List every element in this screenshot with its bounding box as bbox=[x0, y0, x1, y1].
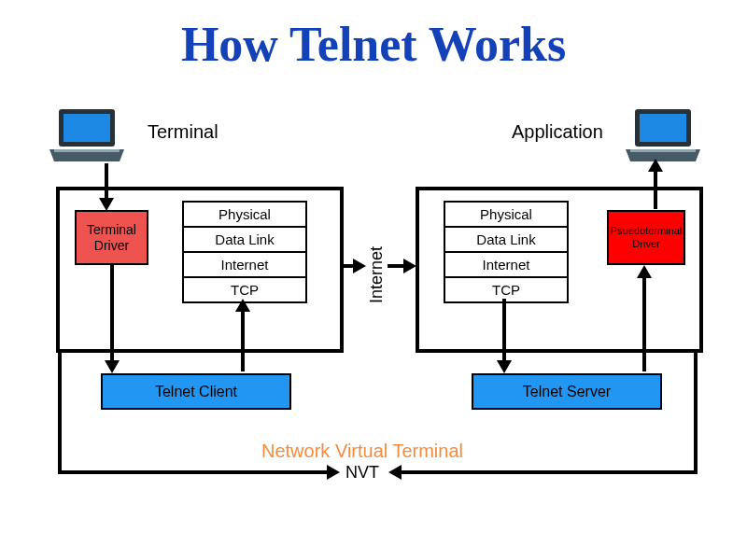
nvt-short-label: NVT bbox=[345, 463, 379, 483]
terminal-label: Terminal bbox=[148, 121, 218, 143]
svg-rect-5 bbox=[630, 149, 696, 152]
client-stack: Physical Data Link Internet TCP bbox=[182, 201, 307, 303]
server-stack: Physical Data Link Internet TCP bbox=[444, 201, 569, 303]
arrow-line bbox=[110, 265, 114, 363]
stack-layer: Data Link bbox=[445, 228, 567, 253]
stack-layer: Physical bbox=[184, 203, 305, 228]
arrow-head bbox=[637, 265, 652, 278]
arrow-line bbox=[241, 310, 245, 371]
internet-label: Internet bbox=[367, 246, 387, 303]
arrow-line bbox=[58, 470, 329, 474]
terminal-driver-box: Terminal Driver bbox=[75, 210, 148, 265]
page-title: How Telnet Works bbox=[0, 17, 747, 72]
stack-layer: Internet bbox=[445, 253, 567, 278]
stack-layer: Physical bbox=[445, 203, 567, 228]
arrow-line bbox=[694, 349, 698, 472]
arrow-head bbox=[648, 159, 663, 172]
arrow-head bbox=[497, 360, 512, 373]
pseudoterminal-driver-box: Psuedoterminal Driver bbox=[607, 210, 685, 265]
svg-rect-4 bbox=[640, 114, 686, 142]
nvt-full-label: Network Virtual Terminal bbox=[261, 441, 463, 462]
arrow-line bbox=[654, 170, 657, 209]
arrow-head bbox=[353, 259, 366, 273]
arrow-line bbox=[642, 276, 646, 371]
arrow-head bbox=[327, 465, 340, 480]
arrow-line bbox=[340, 264, 354, 268]
svg-rect-2 bbox=[54, 149, 120, 152]
application-label: Application bbox=[512, 121, 603, 143]
arrow-head bbox=[105, 360, 120, 373]
laptop-icon bbox=[45, 107, 129, 168]
stack-layer: Internet bbox=[184, 253, 305, 278]
arrow-head bbox=[388, 465, 402, 480]
arrow-head bbox=[99, 198, 114, 211]
arrow-line bbox=[502, 299, 506, 362]
diagram-stage: How Telnet Works Terminal Application Te… bbox=[0, 0, 747, 560]
arrow-line bbox=[388, 264, 404, 268]
arrow-line bbox=[105, 163, 108, 201]
arrow-line bbox=[58, 349, 62, 472]
svg-rect-1 bbox=[63, 114, 110, 142]
telnet-client-box: Telnet Client bbox=[101, 373, 291, 410]
arrow-head bbox=[235, 299, 250, 312]
arrow-head bbox=[403, 259, 416, 273]
stack-layer: TCP bbox=[445, 278, 567, 301]
arrow-line bbox=[400, 470, 698, 474]
laptop-icon bbox=[621, 107, 705, 168]
telnet-server-box: Telnet Server bbox=[472, 373, 662, 410]
stack-layer: Data Link bbox=[184, 228, 305, 253]
